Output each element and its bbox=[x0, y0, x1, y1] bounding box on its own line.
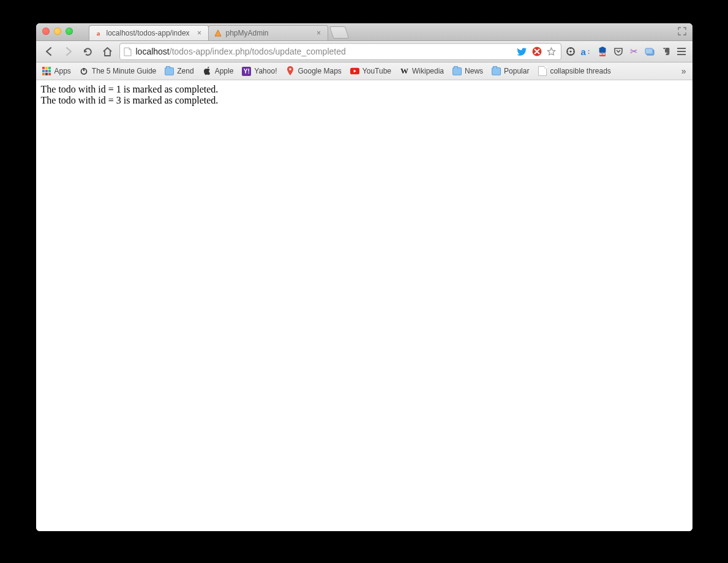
new-tab-button[interactable] bbox=[329, 26, 348, 39]
bookmark-wikipedia[interactable]: W Wikipedia bbox=[400, 67, 444, 76]
extension-layers-icon[interactable] bbox=[645, 46, 656, 57]
window-close-button[interactable] bbox=[42, 28, 50, 35]
folder-icon bbox=[452, 67, 462, 76]
svg-point-2 bbox=[569, 50, 571, 52]
forward-button[interactable] bbox=[61, 44, 77, 59]
apps-icon bbox=[42, 67, 51, 76]
bookmark-label: Popular bbox=[504, 67, 529, 75]
bookmark-label: Apple bbox=[215, 67, 234, 75]
extension-alexa-icon[interactable]: a: bbox=[581, 46, 592, 57]
url-host: localhost bbox=[136, 47, 170, 56]
bookmarks-overflow-button[interactable]: » bbox=[681, 66, 686, 76]
fullscreen-toggle-icon[interactable] bbox=[678, 27, 686, 36]
extension-evernote-icon[interactable] bbox=[661, 46, 672, 57]
bookmark-label: Wikipedia bbox=[412, 67, 444, 75]
toolbar: localhost/todos-app/index.php/todos/upda… bbox=[36, 41, 692, 62]
adblock-icon[interactable] bbox=[531, 46, 542, 57]
phpmyadmin-favicon-icon bbox=[214, 29, 222, 37]
url-text: localhost/todos-app/index.php/todos/upda… bbox=[136, 47, 513, 56]
svg-rect-6 bbox=[645, 48, 653, 54]
apple-icon bbox=[203, 67, 212, 76]
bookmarks-bar: Apps The 5 Minute Guide Zend Apple Y! Ya… bbox=[36, 62, 692, 80]
page-icon bbox=[124, 47, 132, 56]
bookmark-popular[interactable]: Popular bbox=[492, 67, 529, 76]
bookmark-news[interactable]: News bbox=[452, 67, 483, 76]
svg-point-8 bbox=[289, 68, 291, 70]
page-output-line: The todo with id = 3 is marked as comple… bbox=[41, 95, 688, 106]
reload-button[interactable] bbox=[80, 44, 96, 59]
back-button[interactable] bbox=[41, 44, 57, 59]
bookmark-yahoo[interactable]: Y! Yahoo! bbox=[242, 67, 277, 76]
extension-scissors-icon[interactable]: ✂ bbox=[629, 46, 640, 57]
bookmark-google-maps[interactable]: Google Maps bbox=[285, 67, 341, 76]
bookmark-collapsible-threads[interactable]: collapsible threads bbox=[538, 67, 610, 76]
folder-icon bbox=[165, 67, 174, 76]
bookmark-apple[interactable]: Apple bbox=[203, 67, 234, 76]
window-minimize-button[interactable] bbox=[54, 28, 61, 35]
bookmark-youtube[interactable]: YouTube bbox=[350, 67, 391, 76]
youtube-icon bbox=[350, 67, 359, 76]
tab-close-button[interactable]: × bbox=[196, 29, 203, 37]
browser-window: a localhost/todos-app/index × phpMyAdmin… bbox=[36, 23, 692, 531]
tab-strip: a localhost/todos-app/index × phpMyAdmin… bbox=[36, 23, 692, 41]
extension-icons: a: NEW! ✂ bbox=[565, 46, 672, 57]
power-icon bbox=[80, 67, 89, 76]
bookmark-label: Apps bbox=[54, 67, 71, 75]
extension-pocket-icon[interactable] bbox=[613, 46, 624, 57]
address-bar[interactable]: localhost/todos-app/index.php/todos/upda… bbox=[119, 43, 561, 60]
tab-localhost[interactable]: a localhost/todos-app/index × bbox=[89, 25, 209, 40]
tabs-container: a localhost/todos-app/index × phpMyAdmin… bbox=[89, 23, 347, 40]
omnibox-right-icons bbox=[517, 46, 557, 57]
bookmark-label: News bbox=[465, 67, 483, 75]
document-icon bbox=[538, 67, 547, 76]
bookmark-zend[interactable]: Zend bbox=[165, 67, 193, 76]
url-path: /todos-app/index.php/todos/update_comple… bbox=[170, 47, 346, 56]
bookmarks-apps-button[interactable]: Apps bbox=[42, 67, 71, 76]
bookmark-label: YouTube bbox=[362, 67, 391, 75]
extension-circle-icon[interactable] bbox=[565, 46, 576, 57]
tab-phpmyadmin[interactable]: phpMyAdmin × bbox=[208, 25, 328, 40]
bookmark-label: collapsible threads bbox=[550, 67, 610, 75]
page-viewport: The todo with id = 1 is marked as comple… bbox=[36, 80, 692, 531]
tab-title: localhost/todos-app/index bbox=[107, 29, 192, 37]
yahoo-icon: Y! bbox=[242, 67, 251, 76]
bookmark-label: Zend bbox=[177, 67, 193, 75]
chrome-menu-button[interactable] bbox=[675, 48, 688, 55]
bookmark-label: The 5 Minute Guide bbox=[92, 67, 156, 75]
wikipedia-icon: W bbox=[400, 67, 409, 76]
bookmark-label: Yahoo! bbox=[254, 67, 277, 75]
window-zoom-button[interactable] bbox=[66, 28, 73, 35]
tab-close-button[interactable]: × bbox=[315, 29, 323, 37]
bookmark-label: Google Maps bbox=[298, 67, 341, 75]
home-button[interactable] bbox=[100, 44, 116, 59]
folder-icon bbox=[492, 67, 501, 76]
window-controls bbox=[42, 28, 73, 35]
google-maps-icon bbox=[285, 67, 295, 76]
localhost-favicon-icon: a bbox=[94, 29, 103, 37]
tab-title: phpMyAdmin bbox=[226, 29, 312, 37]
extension-new-icon[interactable]: NEW! bbox=[597, 46, 608, 57]
bookmark-5-minute-guide[interactable]: The 5 Minute Guide bbox=[80, 67, 156, 76]
bookmark-star-icon[interactable] bbox=[546, 46, 557, 57]
svg-text:NEW!: NEW! bbox=[599, 53, 606, 56]
twitter-icon[interactable] bbox=[517, 46, 528, 57]
page-output-line: The todo with id = 1 is marked as comple… bbox=[41, 84, 688, 95]
